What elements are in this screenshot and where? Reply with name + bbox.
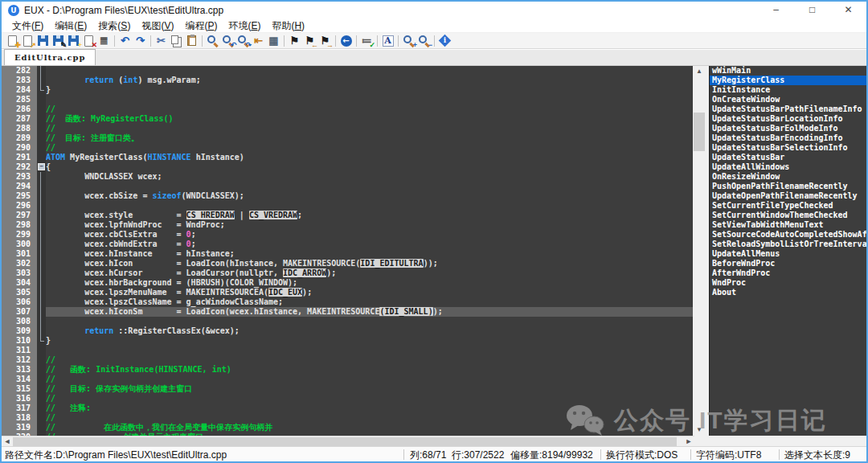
next-bookmark-icon[interactable]: ⚑→: [317, 34, 333, 48]
fold-margin[interactable]: [37, 95, 46, 104]
editor-line-285[interactable]: 285: [2, 95, 693, 104]
scroll-up-icon[interactable]: ▲: [693, 66, 706, 77]
fold-margin[interactable]: [37, 365, 46, 375]
find-next-icon[interactable]: ↷: [235, 34, 251, 48]
fold-margin[interactable]: [37, 201, 46, 211]
editor-line-302[interactable]: 302 wcex.hIcon = LoadIcon(hInstance, MAK…: [2, 259, 693, 268]
fold-margin[interactable]: [37, 211, 46, 220]
minimize-button[interactable]: –: [758, 2, 794, 19]
editor-line-301[interactable]: 301 wcex.hInstance = hInstance;: [2, 249, 693, 259]
editor-line-300[interactable]: 300 wcex.cbWndExtra = 0;: [2, 240, 693, 249]
editor-line-297[interactable]: 297 wcex.style = CS_HREDRAW | CS_VREDRAW…: [2, 211, 693, 220]
symbol-item[interactable]: UpdateStatusBarSelectionInfo: [710, 143, 866, 153]
editor-line-308[interactable]: 308: [2, 317, 693, 326]
new-file-icon[interactable]: ✚: [5, 34, 20, 48]
menu-item-v[interactable]: 视图(V): [136, 19, 179, 33]
fold-margin[interactable]: [37, 355, 46, 365]
symbol-item[interactable]: UpdateAllWindows: [710, 162, 866, 172]
symbol-item[interactable]: BeforeWndProc: [710, 259, 866, 268]
editor-line-318[interactable]: 318//: [2, 413, 693, 423]
zoom-out-icon[interactable]: −: [416, 34, 432, 48]
symbol-item[interactable]: SetCurrentWindowThemeChecked: [710, 211, 866, 220]
fold-margin[interactable]: [37, 104, 46, 114]
editor-line-289[interactable]: 289// 目标: 注册窗口类。: [2, 133, 693, 143]
redo-icon[interactable]: ↷: [133, 34, 148, 48]
code-editor[interactable]: 282283 return (int) msg.wParam;284}28528…: [2, 66, 693, 436]
navigate-back-icon[interactable]: ←: [338, 34, 354, 48]
editor-line-314[interactable]: 314//: [2, 375, 693, 384]
fold-margin[interactable]: [37, 191, 46, 201]
fold-margin[interactable]: [37, 220, 46, 230]
fold-margin[interactable]: [37, 336, 46, 346]
editor-horizontal-scrollbar[interactable]: ◄ ►: [2, 436, 694, 446]
symbol-item[interactable]: UpdateStatusBarEolModeInfo: [710, 124, 866, 133]
editor-line-290[interactable]: 290//: [2, 143, 693, 153]
symbol-item[interactable]: PushOpenPathFilenameRecently: [710, 182, 866, 191]
find-icon[interactable]: [205, 34, 220, 48]
fold-margin[interactable]: [37, 278, 46, 288]
fold-margin[interactable]: [37, 259, 46, 268]
symbol-item[interactable]: SetViewTabWidthMenuText: [710, 220, 866, 230]
editor-line-304[interactable]: 304 wcex.hbrBackground = (HBRUSH)(COLOR_…: [2, 278, 693, 288]
symbol-item[interactable]: SetSourceCodeAutoCompletedShowAf: [710, 230, 866, 240]
symbol-item[interactable]: UpdateAllMenus: [710, 249, 866, 259]
fold-margin[interactable]: [37, 384, 46, 394]
symbol-item[interactable]: UpdateStatusBar: [710, 153, 866, 162]
symbol-item[interactable]: wWinMain: [710, 66, 866, 76]
fold-margin[interactable]: [37, 268, 46, 278]
editor-line-298[interactable]: 298 wcex.lpfnWndProc = WndProc;: [2, 220, 693, 230]
symbol-item[interactable]: OnCreateWindow: [710, 95, 866, 104]
bookmark-icon[interactable]: ⚑: [287, 34, 302, 48]
fold-margin[interactable]: [37, 326, 46, 336]
fold-margin[interactable]: [37, 66, 46, 76]
copy-icon[interactable]: [169, 34, 184, 48]
editor-line-291[interactable]: 291ATOM MyRegisterClass(HINSTANCE hInsta…: [2, 153, 693, 162]
editor-line-294[interactable]: 294: [2, 182, 693, 191]
about-icon[interactable]: i: [437, 34, 452, 48]
fold-margin[interactable]: [37, 346, 46, 355]
fold-margin[interactable]: [37, 143, 46, 153]
menu-item-s[interactable]: 搜索(S): [92, 19, 136, 33]
fold-margin[interactable]: [37, 124, 46, 133]
close-button[interactable]: ✕: [830, 2, 866, 19]
editor-line-296[interactable]: 296: [2, 201, 693, 211]
tab-editultra-cpp[interactable]: EditUltra.cpp: [4, 49, 96, 65]
editor-line-315[interactable]: 315// 目标: 保存实例句柄并创建主窗口: [2, 384, 693, 394]
fold-margin[interactable]: [37, 307, 46, 317]
fold-margin[interactable]: [37, 404, 46, 413]
open-file-icon[interactable]: ↗: [20, 34, 35, 48]
symbol-item[interactable]: MyRegisterClass: [710, 76, 866, 85]
symbol-item[interactable]: UpdateStatusBarEncodingInfo: [710, 133, 866, 143]
paste-icon[interactable]: [184, 34, 199, 48]
editor-vertical-scrollbar[interactable]: ▲ ▼: [693, 66, 706, 436]
font-color-icon[interactable]: A: [380, 34, 395, 48]
editor-line-288[interactable]: 288//: [2, 124, 693, 133]
symbol-item[interactable]: WndProc: [710, 278, 866, 288]
vertical-scroll-thumb[interactable]: [694, 113, 705, 151]
editor-line-305[interactable]: 305 wcex.lpszMenuName = MAKEINTRESOURCEA…: [2, 288, 693, 297]
symbol-item[interactable]: OnResizeWindow: [710, 172, 866, 182]
fold-margin[interactable]: [37, 230, 46, 240]
save-all-icon[interactable]: +: [66, 34, 81, 48]
scroll-down-icon[interactable]: ▼: [693, 424, 706, 436]
menu-item-f[interactable]: 文件(F): [6, 19, 49, 33]
editor-line-282[interactable]: 282: [2, 66, 693, 76]
editor-line-317[interactable]: 317// 注释:: [2, 404, 693, 413]
symbol-item[interactable]: AfterWndProc: [710, 268, 866, 278]
editor-line-303[interactable]: 303 wcex.hCursor = LoadCursor(nullptr, I…: [2, 268, 693, 278]
editor-line-311[interactable]: 311: [2, 346, 693, 355]
replace-icon[interactable]: ⇤: [251, 34, 266, 48]
menu-item-e[interactable]: 编辑(E): [49, 19, 92, 33]
close-file-icon[interactable]: ✕: [81, 34, 96, 48]
editor-line-293[interactable]: 293 WNDCLASSEX wcex;: [2, 172, 693, 182]
cut-icon[interactable]: ✂: [154, 34, 169, 48]
editor-line-295[interactable]: 295 wcex.cbSize = sizeof(WNDCLASSEX);: [2, 191, 693, 201]
fold-margin[interactable]: [37, 413, 46, 423]
fold-margin[interactable]: [37, 153, 46, 162]
symbol-item[interactable]: SetCurrentFileTypeChecked: [710, 201, 866, 211]
fold-margin[interactable]: [37, 133, 46, 143]
symbol-item[interactable]: UpdateStatusBarPathFilenameInfo: [710, 104, 866, 114]
editor-line-292[interactable]: 292−{: [2, 162, 693, 172]
prev-bookmark-icon[interactable]: ⚑←: [302, 34, 317, 48]
fold-margin[interactable]: [37, 182, 46, 191]
